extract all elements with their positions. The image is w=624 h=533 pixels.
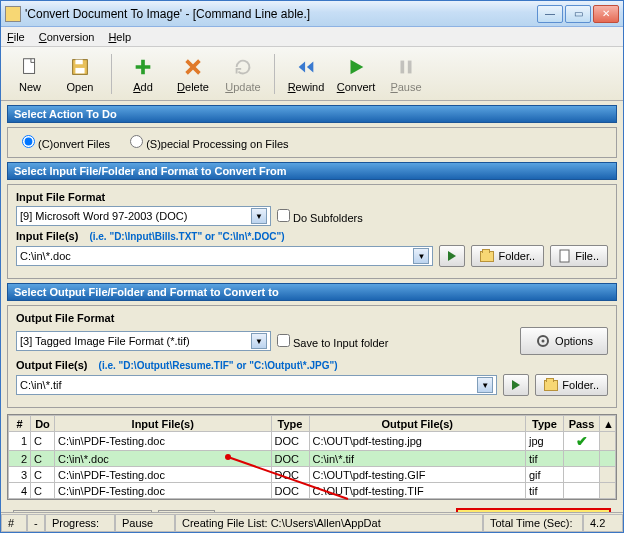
task-table: # Do Input File(s) Type Output File(s) T… <box>7 414 617 500</box>
delete-button[interactable]: Delete <box>170 50 216 98</box>
input-folder-button[interactable]: Folder.. <box>471 245 544 267</box>
close-button[interactable]: ✕ <box>593 5 619 23</box>
input-files-hint: (i.e. "D:\Input\Bills.TXT" or "C:\In\*.D… <box>89 231 284 242</box>
options-button[interactable]: Options <box>520 327 608 355</box>
chevron-down-icon: ▼ <box>413 248 429 264</box>
convert-button[interactable]: Convert <box>333 50 379 98</box>
menu-file[interactable]: File <box>7 31 25 43</box>
document-icon <box>18 55 42 79</box>
toolbar: New Open Add Delete Update Rewind Conver… <box>1 47 623 101</box>
input-files-combo[interactable]: C:\in\*.doc▼ <box>16 246 433 266</box>
section-action: Select Action To Do <box>7 105 617 123</box>
svg-point-8 <box>542 340 545 343</box>
statusbar: # - Progress: Pause Creating File List: … <box>1 512 623 532</box>
output-format-label: Output File Format <box>16 312 608 324</box>
open-button[interactable]: Open <box>57 50 103 98</box>
output-files-label: Output File(s) <box>16 359 88 371</box>
svg-rect-3 <box>75 67 84 73</box>
new-button[interactable]: New <box>7 50 53 98</box>
titlebar: 'Convert Document To Image' - [Command L… <box>1 1 623 27</box>
table-row[interactable]: 3CC:\in\PDF-Testing.docDOCC:\OUT\pdf-tes… <box>9 467 616 483</box>
separator <box>111 54 112 94</box>
pause-icon <box>394 55 418 79</box>
chevron-down-icon: ▼ <box>251 208 267 224</box>
go-button[interactable] <box>503 374 529 396</box>
separator <box>274 54 275 94</box>
menubar: File Conversion Help <box>1 27 623 47</box>
do-subfolders-checkbox[interactable]: Do Subfolders <box>277 209 363 224</box>
svg-rect-6 <box>560 250 569 262</box>
tab-select-files[interactable]: Select Files/Folders <box>13 510 152 513</box>
output-files-hint: (i.e. "D:\Output\Resume.TIF" or "C:\Outp… <box>99 360 338 371</box>
input-format-combo[interactable]: [9] Microsoft Word 97-2003 (DOC)▼ <box>16 206 271 226</box>
output-folder-button[interactable]: Folder.. <box>535 374 608 396</box>
svg-rect-4 <box>401 60 405 73</box>
output-files-combo[interactable]: C:\in\*.tif▼ <box>16 375 497 395</box>
radio-special-processing[interactable]: (S)pecial Processing on Files <box>130 135 288 150</box>
bottom-tabs: Select Files/Folders Log Conversion Task… <box>7 504 617 512</box>
minimize-button[interactable]: — <box>537 5 563 23</box>
section-output: Select Output File/Folder and Format to … <box>7 283 617 301</box>
status-progress: Progress: <box>45 514 115 532</box>
go-button[interactable] <box>439 245 465 267</box>
col-number[interactable]: # <box>9 416 31 432</box>
col-pass[interactable]: Pass <box>564 416 600 432</box>
gear-icon <box>535 333 551 349</box>
input-files-label: Input File(s) <box>16 230 78 242</box>
input-format-label: Input File Format <box>16 191 608 203</box>
status-total-label: Total Time (Sec): <box>483 514 583 532</box>
update-button[interactable]: Update <box>220 50 266 98</box>
save-input-folder-checkbox[interactable]: Save to Input folder <box>277 334 388 349</box>
status-total-time: 4.2 <box>583 514 623 532</box>
scroll-up[interactable]: ▲ <box>600 416 616 432</box>
col-type2[interactable]: Type <box>526 416 564 432</box>
table-row[interactable]: 1CC:\in\PDF-Testing.docDOCC:\OUT\pdf-tes… <box>9 432 616 451</box>
status-creating: Creating File List: C:\Users\Allen\AppDa… <box>175 514 483 532</box>
maximize-button[interactable]: ▭ <box>565 5 591 23</box>
radio-convert-files[interactable]: (C)onvert Files <box>22 135 110 150</box>
svg-rect-0 <box>24 58 35 73</box>
tab-log[interactable]: Log <box>158 510 214 513</box>
play-icon <box>344 55 368 79</box>
rewind-button[interactable]: Rewind <box>283 50 329 98</box>
pause-button[interactable]: Pause <box>383 50 429 98</box>
menu-help[interactable]: Help <box>108 31 131 43</box>
svg-rect-5 <box>408 60 412 73</box>
plus-icon <box>131 55 155 79</box>
play-icon <box>512 380 520 390</box>
app-icon <box>5 6 21 22</box>
folder-icon <box>480 251 494 262</box>
table-row[interactable]: 2CC:\in\*.docDOCC:\in\*.tiftif <box>9 451 616 467</box>
col-input[interactable]: Input File(s) <box>55 416 272 432</box>
app-window: 'Convert Document To Image' - [Command L… <box>0 0 624 533</box>
chevron-down-icon: ▼ <box>477 377 493 393</box>
table-row[interactable]: 4CC:\in\PDF-Testing.docDOCC:\OUT\pdf-tes… <box>9 483 616 499</box>
chevron-down-icon: ▼ <box>251 333 267 349</box>
play-icon <box>448 251 456 261</box>
status-dash: - <box>27 514 45 532</box>
output-format-combo[interactable]: [3] Tagged Image File Format (*.tif)▼ <box>16 331 271 351</box>
col-output[interactable]: Output File(s) <box>309 416 526 432</box>
x-icon <box>181 55 205 79</box>
save-icon <box>68 55 92 79</box>
col-type1[interactable]: Type <box>271 416 309 432</box>
section-input: Select Input File/Folder and Format to C… <box>7 162 617 180</box>
callout-label: Conversion Task List <box>456 508 611 512</box>
add-button[interactable]: Add <box>120 50 166 98</box>
refresh-icon <box>231 55 255 79</box>
input-file-button[interactable]: File.. <box>550 245 608 267</box>
folder-icon <box>544 380 558 391</box>
col-do[interactable]: Do <box>31 416 55 432</box>
status-pause: Pause <box>115 514 175 532</box>
svg-rect-2 <box>75 59 82 64</box>
window-title: 'Convert Document To Image' - [Command L… <box>25 7 537 21</box>
status-num: # <box>1 514 27 532</box>
menu-conversion[interactable]: Conversion <box>39 31 95 43</box>
rewind-icon <box>294 55 318 79</box>
file-icon <box>559 249 571 263</box>
